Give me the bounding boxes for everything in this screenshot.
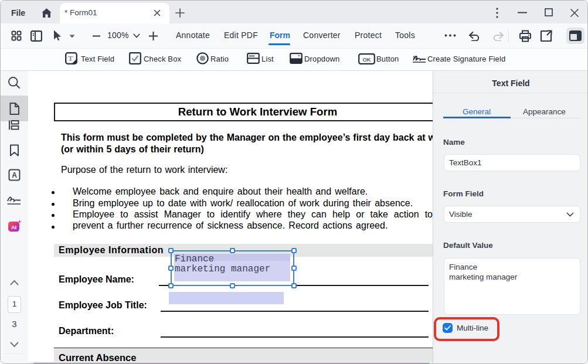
svg-text:T: T — [68, 54, 73, 63]
svg-text:AI: AI — [11, 224, 16, 230]
svg-text:A: A — [12, 171, 17, 179]
svg-text:OK: OK — [362, 56, 371, 63]
